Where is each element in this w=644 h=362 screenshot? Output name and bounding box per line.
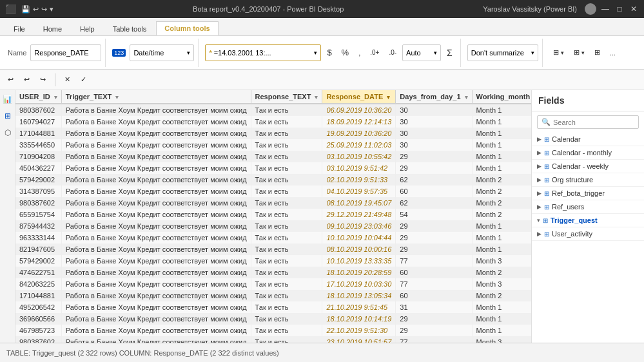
table-row: 335544650Работа в Банке Хоум Кредит соот…	[15, 139, 531, 151]
percent-button[interactable]: %	[338, 45, 353, 60]
table-row: 495206542Работа в Банке Хоум Кредит соот…	[15, 301, 531, 313]
format-auto-dropdown[interactable]: Auto ▾	[402, 44, 441, 61]
table-row: 842063225Работа в Банке Хоум Кредит соот…	[15, 278, 531, 290]
currency-button[interactable]: $	[323, 45, 335, 60]
table-icon: ⊞	[544, 149, 549, 157]
ribbon-tabs: File Home Help Table tools Column tools	[0, 18, 644, 36]
minimize-button[interactable]: —	[600, 4, 610, 14]
field-group-label: Calendar	[552, 135, 581, 143]
col-header-days[interactable]: Days_from_day_1 ▾	[396, 90, 472, 104]
table-icon: ⊞	[544, 204, 549, 211]
check-button[interactable]: ✓	[77, 73, 90, 86]
col-header-user-id[interactable]: USER_ID ▾	[15, 90, 61, 104]
table-icon: ⊞	[544, 163, 549, 170]
report-view-icon[interactable]: 📊	[1, 93, 14, 106]
decimal-decrease-button[interactable]: .0-	[385, 46, 400, 59]
fields-search-input[interactable]	[553, 119, 634, 126]
view-button-1[interactable]: ⊞▾	[549, 46, 568, 59]
redo-icon[interactable]: ↪	[41, 5, 47, 14]
tab-file[interactable]: File	[5, 22, 34, 35]
format-dropdown-arrow: ▾	[434, 50, 437, 56]
data-table: USER_ID ▾ Trigger_TEXT ▾ Response_TEXT ▾…	[15, 90, 531, 343]
table-row: 980387602Работа в Банке Хоум Кредит соот…	[15, 104, 531, 116]
close-button[interactable]: ✕	[629, 4, 639, 14]
field-group-calendar: ▶⊞Calendar	[532, 133, 644, 146]
undo-button-2[interactable]: ↩	[20, 73, 34, 86]
field-group-header-ref-users[interactable]: ▶⊞Ref_users	[532, 200, 644, 213]
chevron-icon: ▶	[537, 231, 542, 237]
table-row: 467985723Работа в Банке Хоум Кредит соот…	[15, 325, 531, 336]
tab-table-tools[interactable]: Table tools	[104, 22, 155, 35]
table-row: 579429002Работа в Банке Хоум Кредит соот…	[15, 174, 531, 186]
user-name: Yaroslav Vassitsky (Power BI)	[483, 5, 577, 13]
field-group-ref-users: ▶⊞Ref_users	[532, 200, 644, 214]
more-options-button[interactable]: ...	[606, 46, 620, 59]
field-group-label: Org structure	[552, 176, 593, 184]
type-icon-badge: 123	[112, 49, 126, 57]
close-button-toolbar[interactable]: ✕	[61, 73, 74, 86]
table-row: 821947605Работа в Банке Хоум Кредит соот…	[15, 243, 531, 255]
save-icon[interactable]: 💾	[21, 5, 30, 14]
tab-column-tools[interactable]: Column tools	[156, 21, 218, 35]
field-group-header-calendar-monthly[interactable]: ▶⊞Calendar - monthly	[532, 146, 644, 159]
undo-button-1[interactable]: ↩	[4, 73, 17, 86]
comma-button[interactable]: ,	[355, 46, 364, 59]
left-icon-panel: 📊 ⊞ ⬡	[0, 90, 15, 343]
dropdown-arrow: ▾	[187, 50, 190, 56]
table-icon: ⊞	[544, 231, 549, 238]
data-view-icon[interactable]: ⊞	[1, 110, 14, 122]
field-group-header-calendar[interactable]: ▶⊞Calendar	[532, 133, 644, 146]
tab-help[interactable]: Help	[72, 22, 103, 35]
title-bar-right: Yaroslav Vassitsky (Power BI) — □ ✕	[483, 3, 639, 15]
ribbon-group-name: Name Response_DATE	[4, 39, 106, 67]
chevron-icon: ▶	[537, 136, 542, 142]
field-group-header-ref-bota-trigger[interactable]: ▶⊞Ref_bota_trigger	[532, 187, 644, 200]
title-bar-left: ⬛ 💾 ↩ ↪ ▾	[5, 4, 54, 14]
data-area: 📊 ⊞ ⬡ USER_ID ▾ Trigger_TEXT ▾ Respon	[0, 90, 644, 343]
view-button-2[interactable]: ⊞▾	[570, 46, 589, 59]
field-group-calendar-weekly: ▶⊞Calendar - weekly	[532, 160, 644, 173]
formula-bar[interactable]: * =14.03.2001 13:... ▾	[205, 44, 321, 61]
user-avatar	[585, 3, 596, 15]
decimal-increase-button[interactable]: .0+	[366, 46, 383, 59]
quick-access-bar: 💾 ↩ ↪ ▾	[21, 5, 54, 14]
field-group-header-org-structure[interactable]: ▶⊞Org structure	[532, 173, 644, 186]
field-name-input[interactable]: Response_DATE	[30, 44, 101, 61]
field-group-label: User_activity	[552, 230, 592, 238]
table-row: 579429002Работа в Банке Хоум Кредит соот…	[15, 255, 531, 267]
col-header-response-date[interactable]: Response_DATE ▾	[322, 90, 396, 104]
summarize-dropdown[interactable]: Don't summarize ▾	[467, 44, 538, 61]
app-window: ⬛ 💾 ↩ ↪ ▾ Bota report_v0.4_20200407 - Po…	[0, 0, 644, 362]
chevron-icon: ▶	[537, 163, 542, 169]
maximize-button[interactable]: □	[614, 4, 625, 14]
view-button-3[interactable]: ⊞	[590, 46, 604, 59]
col-header-working-month[interactable]: Working_month ▾	[472, 90, 531, 104]
fields-list: ▶⊞Calendar▶⊞Calendar - monthly▶⊞Calendar…	[532, 133, 644, 343]
field-group-user-activity: ▶⊞User_activity	[532, 227, 644, 241]
field-group-label: Calendar - weekly	[552, 162, 609, 170]
table-body: 980387602Работа в Банке Хоум Кредит соот…	[15, 104, 531, 343]
field-group-header-trigger-quest[interactable]: ▾⊞Trigger_quest	[532, 214, 644, 227]
fields-search-box[interactable]: 🔍	[537, 115, 639, 129]
undo-icon[interactable]: ↩	[33, 5, 39, 14]
ribbon-content: Name Response_DATE 123 Date/time ▾ * =14…	[0, 36, 644, 70]
sigma-button[interactable]: Σ	[443, 45, 456, 61]
field-group-header-user-activity[interactable]: ▶⊞User_activity	[532, 227, 644, 240]
col-header-trigger-text[interactable]: Trigger_TEXT ▾	[61, 90, 251, 104]
title-bar: ⬛ 💾 ↩ ↪ ▾ Bota report_v0.4_20200407 - Po…	[0, 0, 644, 18]
type-dropdown[interactable]: Date/time ▾	[130, 44, 194, 61]
status-text: TABLE: Trigger_quest (2 322 rows) COLUMN…	[6, 349, 279, 357]
formula-dropdown-arrow: ▾	[314, 50, 317, 56]
fields-panel-title: Fields	[532, 90, 644, 111]
toolbar-row: ↩ ↩ ↪ ✕ ✓	[0, 70, 644, 90]
tab-home[interactable]: Home	[35, 22, 70, 35]
col-header-response-text[interactable]: Response_TEXT ▾	[251, 90, 322, 104]
table-row: 875944432Работа в Банке Хоум Кредит соот…	[15, 220, 531, 232]
table-scroll-area[interactable]: USER_ID ▾ Trigger_TEXT ▾ Response_TEXT ▾…	[15, 90, 531, 343]
field-group-label: Ref_bota_trigger	[552, 189, 605, 197]
field-group-header-calendar-weekly[interactable]: ▶⊞Calendar - weekly	[532, 160, 644, 173]
field-group-calendar-monthly: ▶⊞Calendar - monthly	[532, 146, 644, 160]
redo-button[interactable]: ↪	[36, 73, 50, 86]
model-view-icon[interactable]: ⬡	[1, 126, 14, 139]
fields-panel: Fields 🔍 ▶⊞Calendar▶⊞Calendar - monthly▶…	[531, 90, 644, 343]
